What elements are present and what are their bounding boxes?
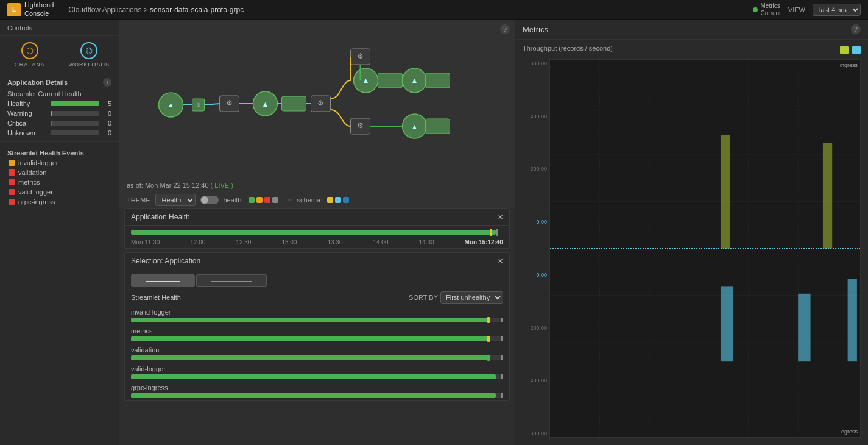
separator-pipe: ✂ (287, 196, 292, 204)
health-dot-gray (272, 197, 278, 203)
svg-rect-49 (721, 286, 733, 361)
chart-body: ingress egress (549, 59, 861, 438)
health-dot-orange (256, 197, 263, 203)
bottom-panel: Application Health ✕ Mon 11:30 12:00 12:… (119, 208, 515, 445)
y-label-200-bot: 200.00 (523, 325, 547, 331)
flow-timestamp: as of: Mon Mar 22 15:12:40 ( LIVE ) (119, 179, 515, 191)
event-row-valid-logger[interactable]: valid-logger (0, 187, 119, 197)
grafana-label: GRAFANA (15, 62, 45, 68)
app-health-title: Application Health (131, 213, 190, 221)
chart-area: Throughput (records / second) 600.00 400… (515, 40, 868, 445)
health-toggle[interactable] (200, 196, 219, 204)
event-dot-invalid-logger (9, 160, 15, 166)
selection-tabs: ————— —————— (125, 269, 509, 289)
metrics-title: Metrics (523, 25, 548, 34)
svg-line-25 (205, 104, 220, 105)
event-row-grpc-ingress[interactable]: grpc-ingress (0, 197, 119, 207)
health-label-critical: Critical (7, 119, 47, 127)
event-label-grpc-ingress: grpc-ingress (18, 198, 55, 205)
event-dot-validation (9, 169, 15, 176)
svg-text:⚙: ⚙ (357, 52, 364, 60)
selection-title: Selection: Application (131, 257, 200, 265)
streamlet-row-grpc-ingress: grpc-ingress (125, 382, 509, 400)
selection-header: Selection: Application ✕ (125, 253, 509, 269)
tab-overview[interactable]: ————— (131, 274, 195, 287)
event-dot-metrics (9, 179, 15, 185)
svg-rect-46 (721, 135, 730, 249)
event-label-valid-logger: valid-logger (18, 188, 53, 196)
svg-text:▲: ▲ (411, 76, 418, 85)
svg-text:▲: ▲ (411, 123, 418, 131)
event-row-validation[interactable]: validation (0, 168, 119, 177)
tab-details[interactable]: —————— (196, 274, 267, 287)
grafana-button[interactable]: ⬡ GRAFANA (0, 36, 60, 73)
breadcrumb-root[interactable]: Cloudflow Applications (68, 5, 141, 14)
main-layout: Controls ⬡ GRAFANA ⌬ WORKLOADS Applicati… (0, 20, 868, 445)
view-label: VIEW (788, 6, 805, 13)
workloads-icon: ⌬ (80, 42, 97, 59)
health-dot-green (249, 197, 255, 203)
event-row-invalid-logger[interactable]: invalid-logger (0, 158, 119, 168)
health-row-unknown: Unknown 0 (0, 128, 119, 138)
y-label-0-top: 0.00 (523, 219, 547, 225)
chart-title: Throughput (records / second) (523, 44, 613, 52)
sidebar: Controls ⬡ GRAFANA ⌬ WORKLOADS Applicati… (0, 20, 119, 445)
health-dots (249, 197, 278, 203)
sort-select[interactable]: First unhealthy Name Status (440, 291, 503, 304)
svg-text:▲: ▲ (262, 100, 269, 109)
sidebar-icons: ⬡ GRAFANA ⌬ WORKLOADS (0, 36, 119, 73)
event-dot-grpc-ingress (9, 199, 15, 205)
svg-rect-8 (282, 96, 306, 111)
streamlet-row-invalid-logger: invalid-logger (125, 306, 509, 325)
svg-rect-47 (823, 143, 832, 248)
timeline-markers: Mon 11:30 12:00 12:30 13:00 13:30 14:00 … (131, 239, 503, 246)
y-label-400-bot: 400.00 (523, 377, 547, 383)
health-count-critical: 0 (103, 119, 111, 127)
health-bar-healthy (51, 101, 99, 106)
ingress-label: ingress (840, 62, 858, 68)
timeline-wrap: Mon 11:30 12:00 12:30 13:00 13:30 14:00 … (125, 226, 509, 248)
current-health-label: Streamlet Current Health (0, 89, 119, 99)
health-bar-wrap-critical (51, 121, 99, 126)
health-bar-critical (51, 121, 52, 126)
schema-dots (327, 197, 349, 203)
svg-rect-18 (426, 73, 450, 88)
health-row-warning: Warning 0 (0, 109, 119, 118)
time-range-select[interactable]: last 4 hrs last 1 hr last 8 hrs (813, 4, 861, 16)
chart-svg (550, 60, 860, 437)
app-details-info-icon[interactable]: i (103, 78, 111, 87)
selection-section: Selection: Application ✕ ————— —————— St… (124, 252, 510, 401)
metrics-indicator: Metrics Current (753, 2, 781, 17)
streamlet-health-label: Streamlet Health (131, 294, 181, 301)
health-label-healthy: Healthy (7, 100, 47, 107)
event-label-invalid-logger: invalid-logger (18, 159, 58, 166)
streamlet-row-valid-logger: valid-logger (125, 363, 509, 382)
app-health-section: Application Health ✕ Mon 11:30 12:00 12:… (124, 208, 510, 249)
workloads-button[interactable]: ⌬ WORKLOADS (60, 36, 119, 73)
app-health-help[interactable]: ✕ (498, 213, 503, 221)
legend-ingress (840, 46, 849, 54)
breadcrumb-current: sensor-data-scala-proto-grpc (150, 5, 244, 14)
svg-text:⊕: ⊕ (196, 102, 201, 108)
event-row-metrics[interactable]: metrics (0, 177, 119, 187)
app-health-header: Application Health ✕ (125, 209, 509, 226)
metrics-help-icon[interactable]: ? (851, 24, 861, 34)
live-indicator: ( LIVE ) (211, 182, 233, 189)
theme-select[interactable]: Health None (155, 194, 196, 206)
health-bar-warning (51, 111, 52, 116)
breadcrumb: Cloudflow Applications > sensor-data-sca… (68, 5, 752, 14)
svg-rect-50 (798, 294, 810, 361)
svg-rect-15 (378, 73, 403, 88)
y-label-200: 200.00 (523, 166, 547, 172)
schema-dot-yellow (327, 197, 333, 203)
selection-help[interactable]: ✕ (498, 257, 503, 265)
health-row-healthy: Healthy 5 (0, 99, 119, 109)
svg-text:⚙: ⚙ (357, 121, 364, 130)
svg-rect-21 (426, 119, 450, 134)
flow-help-icon[interactable]: ? (500, 24, 510, 34)
logo-icon: L (7, 3, 21, 16)
y-label-600: 600.00 (523, 60, 547, 66)
health-bar-wrap-unknown (51, 130, 99, 135)
legend-egress (852, 46, 861, 54)
flow-controls: THEME Health None health: ✂ schema: (119, 191, 515, 210)
